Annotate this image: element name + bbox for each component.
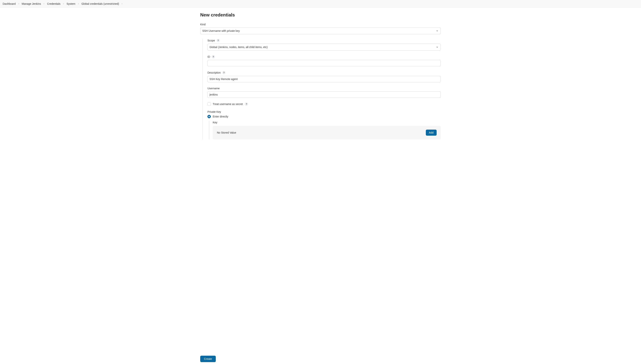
- username-input[interactable]: [207, 92, 441, 98]
- scope-select[interactable]: Global (Jenkins, nodes, items, all child…: [207, 44, 441, 50]
- breadcrumb: Dashboard Manage Jenkins Credentials Sys…: [0, 0, 641, 8]
- chevron-right-icon: [121, 3, 123, 5]
- treat-secret-label: Treat username as secret: [213, 102, 243, 106]
- page-title: New credentials: [200, 12, 441, 18]
- id-label: ID: [207, 55, 210, 58]
- treat-secret-checkbox[interactable]: [207, 102, 211, 106]
- description-field: Description ?: [207, 71, 441, 82]
- description-label: Description: [207, 71, 221, 74]
- username-label: Username: [207, 87, 220, 90]
- chevron-right-icon: [43, 3, 45, 5]
- enter-directly-label: Enter directly: [213, 115, 228, 118]
- help-icon[interactable]: ?: [222, 71, 226, 74]
- scope-field: Scope ? Global (Jenkins, nodes, items, a…: [207, 39, 441, 50]
- enter-directly-radio[interactable]: [207, 115, 211, 118]
- treat-secret-field: Treat username as secret ?: [207, 102, 441, 106]
- add-button[interactable]: Add: [426, 130, 437, 136]
- id-input[interactable]: [207, 60, 441, 66]
- chevron-right-icon: [77, 3, 80, 5]
- kind-label: Kind: [200, 23, 441, 26]
- chevron-right-icon: [62, 3, 65, 5]
- breadcrumb-global-credentials[interactable]: Global credentials (unrestricted): [81, 2, 119, 5]
- help-icon[interactable]: ?: [211, 55, 215, 58]
- kind-field: Kind SSH Username with private key: [200, 23, 441, 34]
- scope-label: Scope: [207, 39, 215, 42]
- help-icon[interactable]: ?: [217, 39, 220, 42]
- key-label: Key: [213, 121, 441, 124]
- key-box: No Stored Value Add: [213, 126, 441, 140]
- description-input[interactable]: [207, 76, 441, 82]
- username-field: Username: [207, 87, 441, 98]
- breadcrumb-manage-jenkins[interactable]: Manage Jenkins: [22, 2, 41, 5]
- help-icon[interactable]: ?: [245, 102, 248, 106]
- private-key-field: Private Key Enter directly Key No Stored…: [207, 110, 441, 140]
- key-status: No Stored Value: [217, 131, 236, 134]
- breadcrumb-dashboard[interactable]: Dashboard: [3, 2, 16, 5]
- private-key-label: Private Key: [207, 110, 221, 113]
- breadcrumb-credentials[interactable]: Credentials: [47, 2, 60, 5]
- kind-select[interactable]: SSH Username with private key: [200, 28, 441, 34]
- chevron-right-icon: [18, 3, 20, 5]
- id-field: ID ?: [207, 55, 441, 66]
- breadcrumb-system[interactable]: System: [67, 2, 75, 5]
